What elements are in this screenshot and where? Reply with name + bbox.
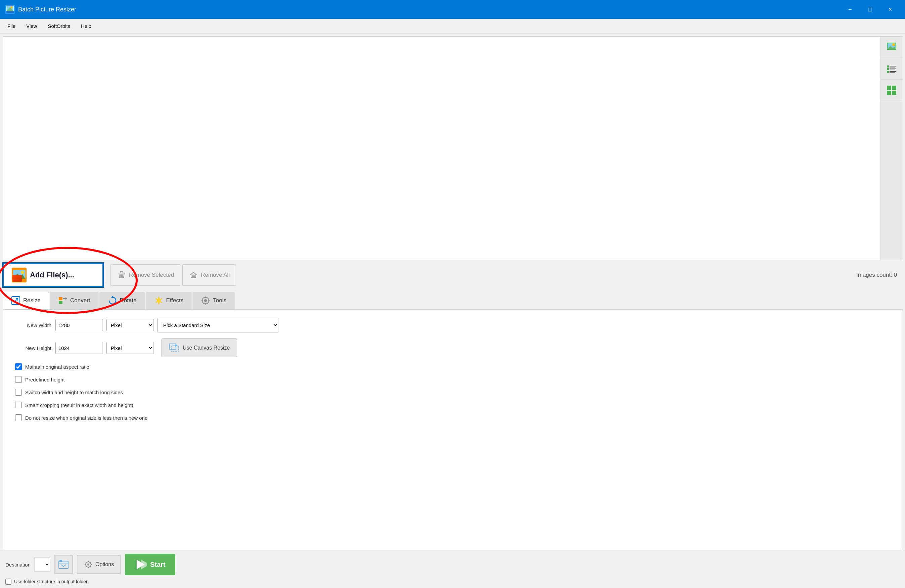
svg-rect-11 — [889, 66, 896, 67]
menu-view[interactable]: View — [22, 21, 42, 31]
tab-convert[interactable]: Convert — [50, 292, 99, 309]
start-icon — [135, 558, 147, 571]
maintain-aspect-ratio-checkbox[interactable] — [15, 363, 22, 370]
bottom-main-row: Destination — [5, 554, 175, 575]
svg-rect-15 — [889, 70, 895, 70]
content-area: New Width Pixel Percent Inch Cm Pick a S… — [3, 309, 902, 550]
height-row: New Height Pixel Percent Inch Cm Use Can… — [11, 338, 894, 357]
view-list-btn[interactable] — [881, 58, 902, 79]
canvas-resize-button[interactable]: Use Canvas Resize — [162, 338, 237, 357]
title-bar-left: Batch Picture Resizer — [5, 5, 76, 14]
predefined-height-row: Predefined height — [15, 376, 894, 383]
start-label: Start — [150, 561, 165, 569]
width-label: New Width — [11, 323, 51, 328]
remove-all-button[interactable]: Remove All — [183, 264, 236, 286]
tab-effects[interactable]: Effects — [146, 292, 192, 309]
grid-icon — [886, 85, 897, 96]
svg-rect-30 — [59, 301, 62, 304]
main-container: Add File(s)... Remove Selected Remove Al… — [0, 33, 905, 588]
effects-tab-icon — [154, 296, 164, 305]
list-icon — [886, 64, 897, 74]
svg-point-27 — [21, 271, 24, 274]
view-grid-btn[interactable] — [881, 79, 902, 101]
thumbnail-icon — [886, 42, 897, 53]
height-label: New Height — [11, 345, 51, 351]
browse-icon — [58, 559, 69, 570]
tab-tools[interactable]: Tools — [192, 292, 235, 309]
svg-rect-17 — [889, 71, 896, 72]
svg-rect-36 — [59, 561, 68, 569]
width-row: New Width Pixel Percent Inch Cm Pick a S… — [11, 318, 894, 332]
svg-rect-35 — [171, 346, 179, 351]
svg-rect-10 — [887, 65, 889, 67]
folder-structure-label[interactable]: Use folder structure in output folder — [14, 579, 87, 584]
do-not-resize-checkbox[interactable] — [15, 415, 22, 421]
remove-selected-label: Remove Selected — [129, 272, 174, 278]
tab-resize[interactable]: Resize — [3, 292, 49, 309]
tab-resize-label: Resize — [23, 297, 41, 304]
predefined-height-checkbox[interactable] — [15, 376, 22, 383]
resize-tab-icon — [11, 296, 21, 305]
maintain-aspect-ratio-row: Maintain original aspect ratio — [15, 363, 894, 370]
title-bar-controls: − □ × — [840, 3, 900, 16]
svg-marker-31 — [111, 296, 114, 298]
do-not-resize-label[interactable]: Do not resize when original size is less… — [25, 415, 148, 421]
svg-rect-37 — [59, 560, 62, 562]
svg-rect-19 — [887, 86, 891, 90]
standard-size-select[interactable]: Pick a Standard Size 800 x 600 1024 x 76… — [157, 318, 278, 332]
menu-help[interactable]: Help — [76, 21, 96, 31]
height-input[interactable] — [56, 342, 102, 354]
folder-structure-checkbox[interactable] — [5, 578, 11, 585]
switch-width-height-checkbox[interactable] — [15, 389, 22, 396]
options-button[interactable]: Options — [77, 555, 121, 574]
svg-point-39 — [87, 564, 89, 566]
view-sidebar — [881, 36, 902, 260]
smart-cropping-label[interactable]: Smart cropping (result in exact width an… — [25, 402, 133, 408]
svg-marker-41 — [141, 560, 147, 569]
image-icon — [12, 268, 27, 283]
svg-point-4 — [10, 6, 13, 8]
width-input[interactable] — [56, 319, 102, 331]
menu-file[interactable]: File — [3, 21, 20, 31]
add-files-button[interactable]: Add File(s)... — [3, 263, 103, 287]
destination-input[interactable] — [35, 557, 50, 572]
browse-destination-button[interactable] — [54, 555, 73, 574]
switch-width-height-label[interactable]: Switch width and height to match long si… — [25, 389, 123, 395]
add-files-label: Add File(s)... — [30, 271, 74, 280]
canvas-resize-label: Use Canvas Resize — [183, 345, 230, 351]
remove-selected-button[interactable]: Remove Selected — [111, 264, 180, 286]
convert-tab-icon — [58, 296, 68, 305]
tab-effects-label: Effects — [166, 297, 184, 304]
remove-all-icon — [189, 270, 198, 280]
predefined-height-label[interactable]: Predefined height — [25, 377, 65, 383]
view-thumbnail-btn[interactable] — [881, 37, 902, 58]
svg-rect-18 — [889, 72, 895, 73]
title-bar: Batch Picture Resizer − □ × — [0, 0, 905, 19]
destination-label: Destination — [5, 562, 30, 567]
images-count: Images count: 0 — [856, 272, 902, 278]
tab-rotate[interactable]: Rotate — [99, 292, 145, 309]
options-label: Options — [95, 561, 114, 567]
maintain-aspect-ratio-label[interactable]: Maintain original aspect ratio — [25, 364, 89, 370]
close-button[interactable]: × — [881, 3, 900, 16]
height-unit-select[interactable]: Pixel Percent Inch Cm — [106, 342, 154, 354]
maximize-button[interactable]: □ — [861, 3, 880, 16]
file-list-area — [0, 33, 905, 260]
menu-bar: File View SoftOrbits Help — [0, 19, 905, 33]
remove-all-label: Remove All — [201, 272, 230, 278]
rotate-tab-icon — [108, 296, 117, 305]
smart-cropping-checkbox[interactable] — [15, 402, 22, 408]
do-not-resize-row: Do not resize when original size is less… — [15, 415, 894, 421]
svg-rect-14 — [889, 68, 896, 69]
app-icon — [5, 5, 15, 14]
menu-softorbits[interactable]: SoftOrbits — [43, 21, 75, 31]
width-unit-select[interactable]: Pixel Percent Inch Cm — [106, 319, 154, 331]
svg-rect-13 — [887, 68, 889, 70]
tools-tab-icon — [201, 296, 210, 305]
start-button[interactable]: Start — [125, 554, 175, 575]
minimize-button[interactable]: − — [840, 3, 859, 16]
toolbar-separator-1 — [107, 267, 107, 283]
bottom-left: Destination — [5, 554, 175, 585]
title-bar-title: Batch Picture Resizer — [18, 6, 76, 13]
svg-point-9 — [892, 43, 895, 46]
